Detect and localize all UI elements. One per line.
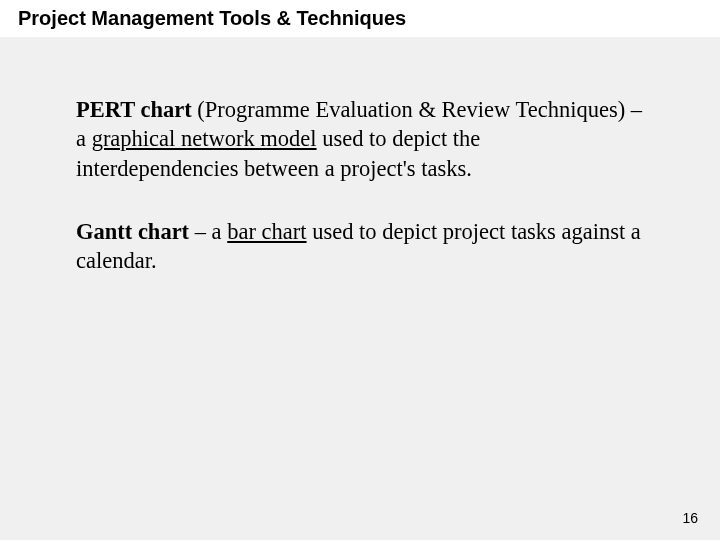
pert-term-bold: PERT chart: [76, 97, 192, 122]
gantt-underline: bar chart: [227, 219, 306, 244]
slide-title: Project Management Tools & Techniques: [18, 7, 406, 29]
paragraph-pert: PERT chart (Programme Evaluation & Revie…: [76, 95, 644, 183]
gantt-text-pre: – a: [189, 219, 227, 244]
page-number: 16: [682, 510, 698, 526]
pert-underline: graphical network model: [92, 126, 317, 151]
slide-content: PERT chart (Programme Evaluation & Revie…: [0, 37, 720, 275]
slide-title-bar: Project Management Tools & Techniques: [0, 0, 720, 37]
gantt-term-bold: Gantt chart: [76, 219, 189, 244]
paragraph-gantt: Gantt chart – a bar chart used to depict…: [76, 217, 644, 276]
